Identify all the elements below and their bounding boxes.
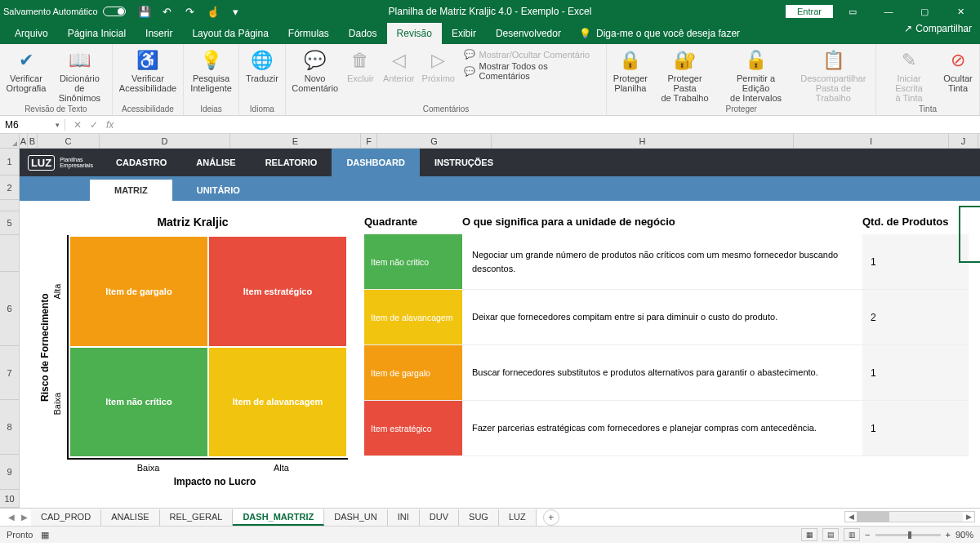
maximize-icon[interactable]: ▢ bbox=[908, 0, 941, 23]
sheet-tab[interactable]: REL_GERAL bbox=[160, 509, 234, 526]
status-bar: Pronto ▦ ▦ ▤ ▥ − + 90% bbox=[0, 526, 980, 543]
zoom-out-button[interactable]: − bbox=[865, 530, 870, 540]
col-header[interactable]: H bbox=[492, 134, 794, 148]
row-header[interactable] bbox=[0, 235, 20, 272]
row-headers: 125678910 bbox=[0, 149, 20, 508]
logo: LUZ Planilhas Empresariais bbox=[20, 149, 101, 176]
nav-analise[interactable]: ANÁLISE bbox=[181, 149, 250, 176]
nav-relatorio[interactable]: RELATORIO bbox=[251, 149, 332, 176]
sheet-tab[interactable]: DASH_MARTRIZ bbox=[233, 509, 324, 526]
col-header[interactable]: J bbox=[949, 134, 978, 148]
x-axis-label: Impacto no Lucro bbox=[82, 473, 348, 487]
comment-icon: 💬 bbox=[464, 49, 475, 60]
sheet-tab[interactable]: INI bbox=[388, 509, 420, 526]
row-header[interactable]: 8 bbox=[0, 400, 20, 455]
row-header[interactable]: 10 bbox=[0, 490, 20, 508]
worksheet-area[interactable]: LUZ Planilhas Empresariais CADASTRO ANÁL… bbox=[20, 149, 980, 508]
macro-record-icon[interactable]: ▦ bbox=[41, 530, 49, 540]
y-tick-alta: Alta bbox=[52, 235, 67, 348]
sheet-tab[interactable]: DASH_UN bbox=[324, 509, 388, 526]
table-row: Item de alavancagemDeixar que fornecedor… bbox=[364, 290, 969, 345]
accessibility-button[interactable]: ♿Verificar Acessibilidade bbox=[116, 46, 180, 104]
col-header[interactable]: G bbox=[377, 134, 492, 148]
qat-dropdown-icon[interactable]: ▾ bbox=[230, 6, 242, 17]
share-button[interactable]: ↗ Compartilhar bbox=[904, 23, 972, 34]
row-header[interactable] bbox=[0, 200, 20, 211]
view-page-break-icon[interactable]: ▥ bbox=[844, 528, 860, 541]
signin-button[interactable]: Entrar bbox=[786, 5, 833, 18]
tab-layout[interactable]: Layout da Página bbox=[182, 23, 278, 44]
tab-inserir[interactable]: Inserir bbox=[136, 23, 182, 44]
name-box[interactable]: M6▾ bbox=[0, 119, 65, 131]
nav-instrucoes[interactable]: INSTRUÇÕES bbox=[420, 149, 508, 176]
quadrant-alavancagem: Item de alavancagem bbox=[209, 348, 346, 457]
new-comment-button[interactable]: 💬Novo Comentário bbox=[289, 46, 341, 104]
col-header[interactable]: F bbox=[361, 134, 377, 148]
tab-dados[interactable]: Dados bbox=[339, 23, 387, 44]
row-header[interactable]: 9 bbox=[0, 455, 20, 490]
horizontal-scrollbar[interactable]: ◀▶ bbox=[844, 511, 975, 522]
zoom-slider[interactable] bbox=[875, 534, 941, 536]
translate-button[interactable]: 🌐Traduzir bbox=[243, 46, 282, 104]
nav-cadastro[interactable]: CADASTRO bbox=[101, 149, 181, 176]
sheet-tab[interactable]: DUV bbox=[420, 509, 459, 526]
tab-formulas[interactable]: Fórmulas bbox=[278, 23, 339, 44]
add-sheet-button[interactable]: + bbox=[543, 509, 559, 526]
ink-hide-button[interactable]: ⊘Ocultar Tinta bbox=[940, 46, 976, 104]
quadrant-gargalo: Item de gargalo bbox=[70, 237, 207, 346]
sheet-tab[interactable]: SUG bbox=[459, 509, 499, 526]
close-icon[interactable]: ✕ bbox=[944, 0, 977, 23]
allow-edit-ranges-button[interactable]: 🔓Permitir a Edição de Intervalos bbox=[719, 46, 793, 104]
ribbon: ✔Verificar Ortografia 📖Dicionário de Sin… bbox=[0, 44, 980, 116]
col-header[interactable]: D bbox=[100, 134, 230, 148]
tab-pagina-inicial[interactable]: Página Inicial bbox=[58, 23, 136, 44]
protect-workbook-button[interactable]: 🔐Proteger Pasta de Trabalho bbox=[653, 46, 718, 104]
col-header[interactable]: C bbox=[38, 134, 100, 148]
thesaurus-button[interactable]: 📖Dicionário de Sinônimos bbox=[51, 46, 109, 104]
view-normal-icon[interactable]: ▦ bbox=[801, 528, 817, 541]
show-all-comments-button[interactable]: 💬Mostrar Todos os Comentários bbox=[464, 61, 598, 81]
tab-revisao[interactable]: Revisão bbox=[387, 23, 442, 44]
row-header[interactable]: 1 bbox=[0, 149, 20, 176]
row-header[interactable]: 2 bbox=[0, 176, 20, 199]
row-header[interactable]: 5 bbox=[0, 211, 20, 235]
zoom-in-button[interactable]: + bbox=[946, 530, 951, 540]
view-page-layout-icon[interactable]: ▤ bbox=[822, 528, 839, 541]
col-header[interactable]: I bbox=[794, 134, 949, 148]
cancel-formula-icon[interactable]: ✕ bbox=[74, 119, 82, 131]
accept-formula-icon[interactable]: ✓ bbox=[90, 119, 98, 131]
tell-me-search[interactable]: 💡 Diga-me o que você deseja fazer bbox=[579, 23, 740, 44]
redo-icon[interactable]: ↷ bbox=[185, 6, 196, 17]
autosave-toggle[interactable]: Salvamento Automático bbox=[3, 7, 126, 16]
tab-exibir[interactable]: Exibir bbox=[442, 23, 486, 44]
minimize-icon[interactable]: — bbox=[872, 0, 905, 23]
col-header[interactable]: A bbox=[20, 134, 28, 148]
row-header[interactable]: 7 bbox=[0, 346, 20, 401]
row-header[interactable]: 6 bbox=[0, 272, 20, 345]
fx-icon[interactable]: fx bbox=[106, 119, 114, 131]
sheet-tab[interactable]: LUZ bbox=[499, 509, 537, 526]
col-qtd: Qtd. de Produtos bbox=[862, 216, 969, 228]
subnav-unitario[interactable]: UNITÁRIO bbox=[172, 180, 265, 201]
undo-icon[interactable]: ↶ bbox=[162, 6, 173, 17]
description-cell: Buscar fornecedores substitutos e produt… bbox=[462, 345, 862, 400]
touch-mode-icon[interactable]: ☝ bbox=[207, 6, 219, 17]
smart-lookup-button[interactable]: 💡Pesquisa Inteligente bbox=[187, 46, 235, 104]
spellcheck-button[interactable]: ✔Verificar Ortografia bbox=[3, 46, 49, 104]
zoom-level[interactable]: 90% bbox=[956, 530, 973, 540]
col-header[interactable]: B bbox=[28, 134, 38, 148]
select-all-button[interactable] bbox=[0, 134, 20, 148]
tab-arquivo[interactable]: Arquivo bbox=[5, 23, 58, 44]
sheet-nav-prev[interactable]: ◀ bbox=[5, 513, 18, 522]
status-ready: Pronto bbox=[7, 530, 33, 540]
save-icon[interactable]: 💾 bbox=[139, 6, 150, 17]
sheet-nav-next[interactable]: ▶ bbox=[18, 513, 31, 522]
nav-dashboard[interactable]: DASHBOARD bbox=[332, 149, 420, 176]
subnav-matriz[interactable]: MATRIZ bbox=[90, 180, 172, 201]
ribbon-options-icon[interactable]: ▭ bbox=[836, 0, 869, 23]
sheet-tab[interactable]: ANALISE bbox=[101, 509, 159, 526]
col-header[interactable]: E bbox=[230, 134, 361, 148]
sheet-tab[interactable]: CAD_PROD bbox=[31, 509, 101, 526]
tab-desenvolvedor[interactable]: Desenvolvedor bbox=[486, 23, 571, 44]
protect-sheet-button[interactable]: 🔒Proteger Planilha bbox=[610, 46, 650, 104]
